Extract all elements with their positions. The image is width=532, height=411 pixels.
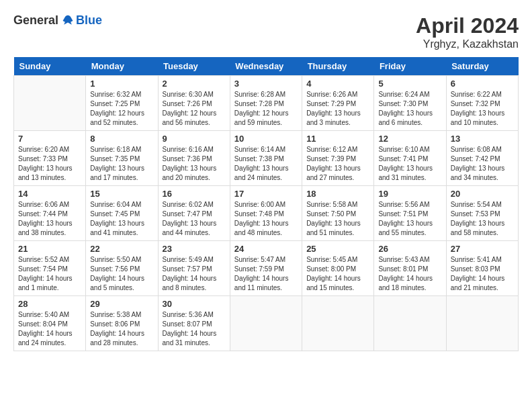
day-number: 17 [234,189,298,199]
calendar-cell: 28Sunrise: 5:40 AM Sunset: 8:04 PM Dayli… [14,296,86,351]
calendar-cell: 19Sunrise: 5:56 AM Sunset: 7:51 PM Dayli… [374,186,446,241]
day-number: 9 [163,134,226,144]
day-info: Sunrise: 6:08 AM Sunset: 7:42 PM Dayligh… [451,145,514,183]
calendar-cell: 3Sunrise: 6:28 AM Sunset: 7:28 PM Daylig… [230,76,302,131]
day-number: 29 [90,299,153,309]
calendar-cell: 21Sunrise: 5:52 AM Sunset: 7:54 PM Dayli… [14,241,86,296]
calendar-day-header: Sunday [14,57,86,76]
day-info: Sunrise: 5:54 AM Sunset: 7:53 PM Dayligh… [451,200,514,238]
day-info: Sunrise: 6:20 AM Sunset: 7:33 PM Dayligh… [18,145,81,183]
calendar-cell: 7Sunrise: 6:20 AM Sunset: 7:33 PM Daylig… [14,131,86,186]
day-number: 22 [90,244,153,254]
calendar-cell [446,296,518,351]
day-number: 27 [451,244,514,254]
calendar-cell: 24Sunrise: 5:47 AM Sunset: 7:59 PM Dayli… [230,241,302,296]
day-number: 5 [378,79,441,89]
day-info: Sunrise: 6:30 AM Sunset: 7:26 PM Dayligh… [163,90,226,128]
day-info: Sunrise: 5:56 AM Sunset: 7:51 PM Dayligh… [378,200,441,238]
calendar-cell: 20Sunrise: 5:54 AM Sunset: 7:53 PM Dayli… [446,186,518,241]
day-number: 6 [451,79,514,89]
day-number: 7 [18,134,81,144]
day-info: Sunrise: 5:49 AM Sunset: 7:57 PM Dayligh… [163,255,226,293]
calendar-cell: 1Sunrise: 6:32 AM Sunset: 7:25 PM Daylig… [86,76,158,131]
page-header: General Blue April 2024 Yrghyz, Kazakhst… [13,13,519,50]
calendar-week-row: 21Sunrise: 5:52 AM Sunset: 7:54 PM Dayli… [14,241,519,296]
calendar-cell: 16Sunrise: 6:02 AM Sunset: 7:47 PM Dayli… [158,186,230,241]
day-number: 13 [451,134,514,144]
calendar-day-header: Saturday [446,57,518,76]
calendar-cell: 8Sunrise: 6:18 AM Sunset: 7:35 PM Daylig… [86,131,158,186]
day-info: Sunrise: 6:14 AM Sunset: 7:38 PM Dayligh… [234,145,298,183]
calendar-day-header: Friday [374,57,446,76]
calendar-day-header: Monday [86,57,158,76]
day-number: 14 [18,189,81,199]
calendar-table: SundayMondayTuesdayWednesdayThursdayFrid… [13,57,519,351]
calendar-cell: 4Sunrise: 6:26 AM Sunset: 7:29 PM Daylig… [302,76,374,131]
day-info: Sunrise: 5:52 AM Sunset: 7:54 PM Dayligh… [18,255,81,293]
day-info: Sunrise: 5:38 AM Sunset: 8:06 PM Dayligh… [90,310,153,348]
day-number: 4 [306,79,369,89]
day-info: Sunrise: 6:10 AM Sunset: 7:41 PM Dayligh… [378,145,441,183]
calendar-day-header: Tuesday [158,57,230,76]
day-number: 2 [163,79,226,89]
calendar-cell: 11Sunrise: 6:12 AM Sunset: 7:39 PM Dayli… [302,131,374,186]
day-info: Sunrise: 6:02 AM Sunset: 7:47 PM Dayligh… [163,200,226,238]
day-number: 12 [378,134,441,144]
calendar-cell: 25Sunrise: 5:45 AM Sunset: 8:00 PM Dayli… [302,241,374,296]
day-info: Sunrise: 6:24 AM Sunset: 7:30 PM Dayligh… [378,90,441,128]
day-info: Sunrise: 6:18 AM Sunset: 7:35 PM Dayligh… [90,145,153,183]
calendar-cell: 22Sunrise: 5:50 AM Sunset: 7:56 PM Dayli… [86,241,158,296]
calendar-cell: 30Sunrise: 5:36 AM Sunset: 8:07 PM Dayli… [158,296,230,351]
calendar-cell: 15Sunrise: 6:04 AM Sunset: 7:45 PM Dayli… [86,186,158,241]
location-title: Yrghyz, Kazakhstan [416,38,519,50]
month-title: April 2024 [416,13,519,38]
day-number: 11 [306,134,369,144]
day-number: 15 [90,189,153,199]
day-info: Sunrise: 6:26 AM Sunset: 7:29 PM Dayligh… [306,90,369,128]
day-number: 1 [90,79,153,89]
day-number: 30 [163,299,226,309]
day-info: Sunrise: 5:43 AM Sunset: 8:01 PM Dayligh… [378,255,441,293]
day-info: Sunrise: 6:12 AM Sunset: 7:39 PM Dayligh… [306,145,369,183]
day-number: 19 [378,189,441,199]
day-info: Sunrise: 6:00 AM Sunset: 7:48 PM Dayligh… [234,200,298,238]
day-number: 26 [378,244,441,254]
day-number: 23 [163,244,226,254]
calendar-cell: 29Sunrise: 5:38 AM Sunset: 8:06 PM Dayli… [86,296,158,351]
calendar-cell: 2Sunrise: 6:30 AM Sunset: 7:26 PM Daylig… [158,76,230,131]
calendar-cell: 5Sunrise: 6:24 AM Sunset: 7:30 PM Daylig… [374,76,446,131]
day-number: 20 [451,189,514,199]
day-number: 21 [18,244,81,254]
day-info: Sunrise: 5:36 AM Sunset: 8:07 PM Dayligh… [163,310,226,348]
calendar-week-row: 28Sunrise: 5:40 AM Sunset: 8:04 PM Dayli… [14,296,519,351]
day-info: Sunrise: 6:06 AM Sunset: 7:44 PM Dayligh… [18,200,81,238]
day-number: 16 [163,189,226,199]
calendar-week-row: 14Sunrise: 6:06 AM Sunset: 7:44 PM Dayli… [14,186,519,241]
calendar-cell: 18Sunrise: 5:58 AM Sunset: 7:50 PM Dayli… [302,186,374,241]
logo-blue: Blue [76,13,102,28]
calendar-cell: 6Sunrise: 6:22 AM Sunset: 7:32 PM Daylig… [446,76,518,131]
calendar-week-row: 1Sunrise: 6:32 AM Sunset: 7:25 PM Daylig… [14,76,519,131]
title-section: April 2024 Yrghyz, Kazakhstan [416,13,519,50]
day-number: 28 [18,299,81,309]
calendar-header-row: SundayMondayTuesdayWednesdayThursdayFrid… [14,57,519,76]
day-number: 8 [90,134,153,144]
calendar-cell: 14Sunrise: 6:06 AM Sunset: 7:44 PM Dayli… [14,186,86,241]
calendar-cell: 27Sunrise: 5:41 AM Sunset: 8:03 PM Dayli… [446,241,518,296]
calendar-cell [302,296,374,351]
calendar-day-header: Wednesday [230,57,302,76]
calendar-day-header: Thursday [302,57,374,76]
day-info: Sunrise: 5:47 AM Sunset: 7:59 PM Dayligh… [234,255,298,293]
day-info: Sunrise: 5:41 AM Sunset: 8:03 PM Dayligh… [451,255,514,293]
calendar-cell: 10Sunrise: 6:14 AM Sunset: 7:38 PM Dayli… [230,131,302,186]
calendar-week-row: 7Sunrise: 6:20 AM Sunset: 7:33 PM Daylig… [14,131,519,186]
day-number: 25 [306,244,369,254]
logo-icon [61,14,75,28]
calendar-cell: 12Sunrise: 6:10 AM Sunset: 7:41 PM Dayli… [374,131,446,186]
logo: General Blue [13,13,102,28]
day-info: Sunrise: 5:58 AM Sunset: 7:50 PM Dayligh… [306,200,369,238]
calendar-cell [374,296,446,351]
day-number: 24 [234,244,298,254]
day-info: Sunrise: 6:04 AM Sunset: 7:45 PM Dayligh… [90,200,153,238]
calendar-cell: 9Sunrise: 6:16 AM Sunset: 7:36 PM Daylig… [158,131,230,186]
